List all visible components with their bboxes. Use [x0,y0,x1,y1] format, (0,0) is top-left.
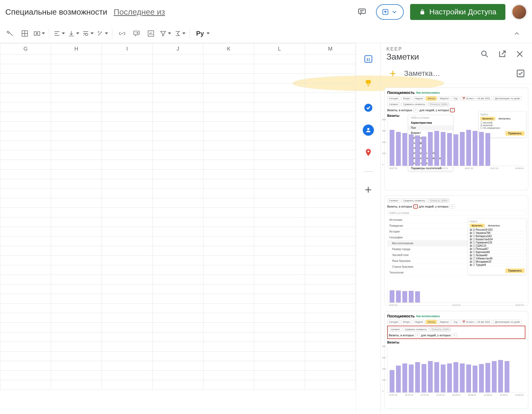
cell[interactable] [102,141,152,150]
cell[interactable] [102,74,152,83]
cell[interactable] [51,313,102,323]
cell[interactable] [305,160,356,169]
cell[interactable] [305,64,356,74]
cell[interactable] [51,150,102,160]
cell[interactable] [0,208,51,217]
cell[interactable] [51,169,102,179]
cell[interactable] [51,284,102,294]
cell[interactable] [0,256,51,265]
cell[interactable] [203,83,254,93]
cell[interactable] [0,83,51,93]
cell[interactable] [305,284,356,294]
cell[interactable] [203,112,254,122]
cell[interactable] [0,64,51,74]
cell[interactable] [305,122,356,131]
cell[interactable] [152,351,203,361]
python-dropdown[interactable]: Py [193,27,212,40]
cell[interactable] [203,361,254,371]
cell[interactable] [305,246,356,256]
cell[interactable] [102,361,152,371]
cell[interactable] [102,160,152,169]
cell[interactable] [102,284,152,294]
comment-icon[interactable] [130,27,143,40]
col-header[interactable]: M [305,43,356,55]
cell[interactable] [305,304,356,313]
cell[interactable] [152,361,203,371]
col-header[interactable]: H [51,43,102,55]
cell[interactable] [0,265,51,275]
cell[interactable] [51,237,102,246]
cell[interactable] [102,323,152,332]
cell[interactable] [305,169,356,179]
cell[interactable] [152,313,203,323]
cell[interactable] [203,332,254,342]
cell[interactable] [102,83,152,93]
cell[interactable] [152,227,203,237]
cell[interactable] [305,179,356,189]
note-card[interactable]: Посещаемость Как использовать СегодняВче… [384,311,528,409]
cell[interactable] [102,237,152,246]
cell[interactable] [203,189,254,198]
cell[interactable] [254,265,305,275]
col-header[interactable]: L [254,43,305,55]
cell[interactable] [254,246,305,256]
cell[interactable] [51,361,102,371]
cell[interactable] [102,294,152,304]
cell[interactable] [152,169,203,179]
cell[interactable] [152,131,203,141]
cell[interactable] [0,284,51,294]
cell[interactable] [254,150,305,160]
cell[interactable] [203,150,254,160]
cell[interactable] [102,179,152,189]
cell[interactable] [51,256,102,265]
cell[interactable] [0,150,51,160]
cell[interactable] [305,93,356,102]
cell[interactable] [152,189,203,198]
rail-add-icon[interactable]: + [365,183,372,196]
cell[interactable] [305,227,356,237]
cell[interactable] [0,131,51,141]
cell[interactable] [254,112,305,122]
cell[interactable] [152,179,203,189]
cell[interactable] [152,208,203,217]
cell[interactable] [152,342,203,351]
text-wrap-icon[interactable] [82,27,94,40]
cell[interactable] [152,93,203,102]
cell[interactable] [203,141,254,150]
cell[interactable] [254,198,305,208]
cell[interactable] [0,93,51,102]
cell[interactable] [102,122,152,131]
cell[interactable] [254,361,305,371]
cell[interactable] [102,227,152,237]
cell[interactable] [254,256,305,265]
cell[interactable] [0,304,51,313]
share-button[interactable]: Настройки Доступа [410,4,505,20]
align-h-icon[interactable] [53,27,65,40]
cell[interactable] [254,284,305,294]
cell[interactable] [203,304,254,313]
cell[interactable] [152,160,203,169]
cell[interactable] [203,237,254,246]
cell[interactable] [51,275,102,284]
cell[interactable] [254,208,305,217]
cell[interactable] [51,371,102,380]
col-header[interactable]: G [0,43,51,55]
cell[interactable] [0,380,51,390]
cell[interactable] [102,332,152,342]
cell[interactable] [305,208,356,217]
cell[interactable] [305,112,356,122]
cell[interactable] [152,64,203,74]
cell[interactable] [152,74,203,83]
cell[interactable] [305,55,356,64]
col-header[interactable]: J [152,43,203,55]
cell[interactable] [0,74,51,83]
cell[interactable] [152,332,203,342]
cell[interactable] [51,93,102,102]
cell[interactable] [0,122,51,131]
cell[interactable] [305,265,356,275]
cell[interactable] [203,64,254,74]
cell[interactable] [152,122,203,131]
cell[interactable] [152,141,203,150]
cell[interactable] [102,208,152,217]
cell[interactable] [0,102,51,112]
